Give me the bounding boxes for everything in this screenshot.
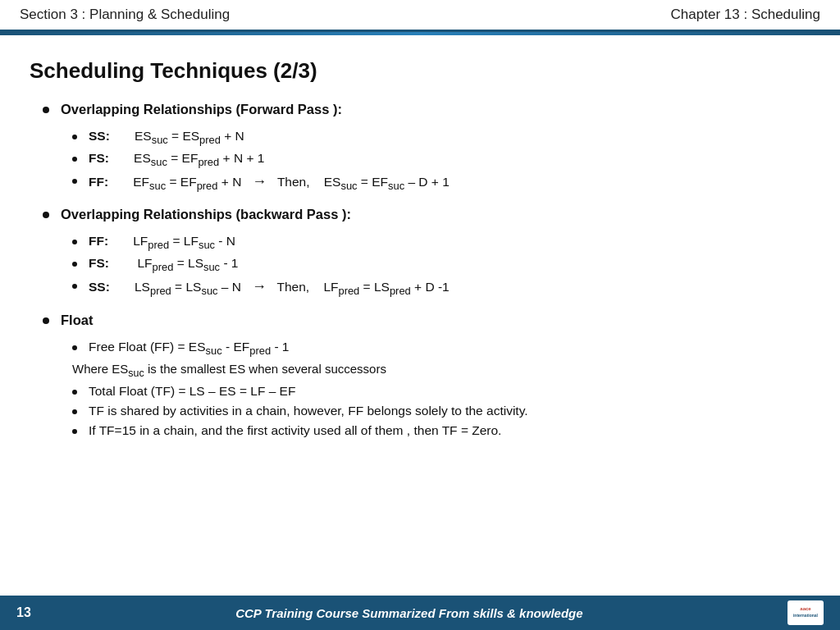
bullet-dot (43, 317, 49, 324)
tf-zero-item: If TF=15 in a chain, and the first activ… (72, 423, 810, 438)
bullet-dot (43, 107, 49, 113)
page-title: Scheduling Techniques (2/3) (30, 58, 810, 84)
tf-shared-formula: TF is shared by activities in a chain, h… (89, 404, 528, 418)
header: Section 3 : Planning & Scheduling Chapte… (0, 0, 840, 32)
float-section: Float Free Float (FF) = ESsuc - EFpred -… (30, 313, 810, 438)
backward-pass-section: Overlapping Relationships (backward Pass… (30, 207, 810, 297)
footer: 13 CCP Training Course Summarized From s… (0, 596, 840, 630)
fs-backward-item: FS: LFpred = LSsuc - 1 (72, 256, 810, 273)
content-area: Overlapping Relationships (Forward Pass … (30, 102, 810, 438)
bullet-dot (43, 212, 49, 218)
total-float-formula: Total Float (TF) = LS – ES = LF – EF (89, 384, 295, 399)
main-content: Scheduling Techniques (2/3) Overlapping … (0, 35, 840, 463)
bullet-dot (72, 157, 77, 162)
backward-pass-heading: Overlapping Relationships (backward Pass… (43, 207, 810, 222)
fs-forward-formula: FS: ESsuc = EFpred + N + 1 (89, 151, 264, 168)
ff-backward-item: FF: LFpred = LFsuc - N (72, 234, 810, 251)
forward-pass-label: Overlapping Relationships (Forward Pass … (61, 102, 342, 117)
bullet-dot (72, 262, 77, 267)
footer-center-text: CCP Training Course Summarized From skil… (31, 606, 788, 620)
ss-backward-item: SS: LSpred = LSsuc – N → Then, LFpred = … (72, 278, 810, 297)
tf-shared-item: TF is shared by activities in a chain, h… (72, 404, 810, 418)
float-label: Float (61, 313, 93, 328)
bullet-dot (72, 345, 77, 350)
forward-pass-section: Overlapping Relationships (Forward Pass … (30, 102, 810, 192)
header-chapter: Chapter 13 : Scheduling (671, 7, 820, 23)
ss-backward-formula: SS: LSpred = LSsuc – N → Then, LFpred = … (89, 278, 450, 297)
bullet-dot (72, 429, 77, 434)
where-text: Where ESsuc is the smallest ES when seve… (72, 362, 810, 379)
forward-pass-heading: Overlapping Relationships (Forward Pass … (43, 102, 810, 117)
backward-pass-label: Overlapping Relationships (backward Pass… (61, 207, 351, 222)
bullet-dot (72, 284, 77, 289)
bullet-dot (72, 240, 77, 244)
ss-forward-item: SS: ESsuc = ESpred + N (72, 129, 810, 146)
float-heading: Float (43, 313, 810, 328)
ff-forward-item: FF: EFsuc = EFpred + N → Then, ESsuc = E… (72, 173, 810, 192)
bullet-dot (72, 409, 77, 414)
ff-backward-formula: FF: LFpred = LFsuc - N (89, 234, 235, 251)
bullet-dot (72, 390, 77, 395)
ss-forward-formula: SS: ESsuc = ESpred + N (89, 129, 244, 146)
footer-logo: aaceinternational (788, 600, 824, 625)
logo-text: aaceinternational (793, 606, 818, 619)
fs-forward-item: FS: ESsuc = EFpred + N + 1 (72, 151, 810, 168)
footer-page-number: 13 (16, 605, 31, 620)
header-section: Section 3 : Planning & Scheduling (20, 7, 230, 23)
free-float-item: Free Float (FF) = ESsuc - EFpred - 1 (72, 340, 810, 357)
bullet-dot (72, 135, 77, 139)
ff-forward-formula: FF: EFsuc = EFpred + N → Then, ESsuc = E… (89, 173, 450, 192)
free-float-formula: Free Float (FF) = ESsuc - EFpred - 1 (89, 340, 289, 357)
fs-backward-formula: FS: LFpred = LSsuc - 1 (89, 256, 238, 273)
total-float-item: Total Float (TF) = LS – ES = LF – EF (72, 384, 810, 399)
bullet-dot (72, 179, 77, 184)
tf-zero-formula: If TF=15 in a chain, and the first activ… (89, 423, 501, 438)
